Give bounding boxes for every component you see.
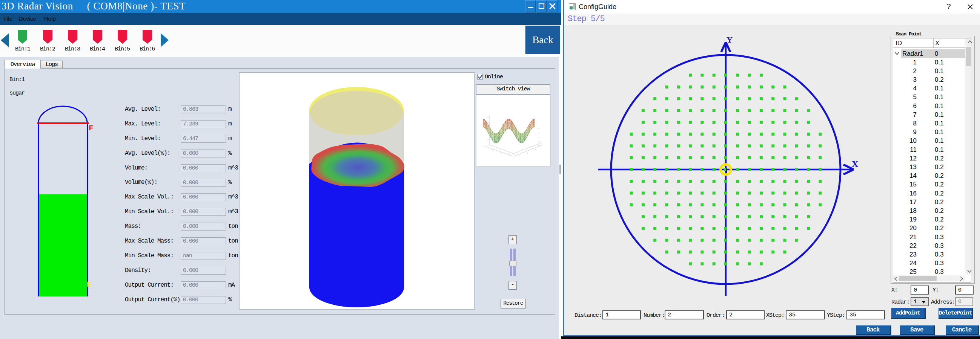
svg-text:Y: Y: [727, 35, 733, 44]
svg-text:X: X: [852, 159, 859, 169]
svg-text:E: E: [87, 280, 92, 289]
svg-text:F: F: [89, 124, 94, 133]
